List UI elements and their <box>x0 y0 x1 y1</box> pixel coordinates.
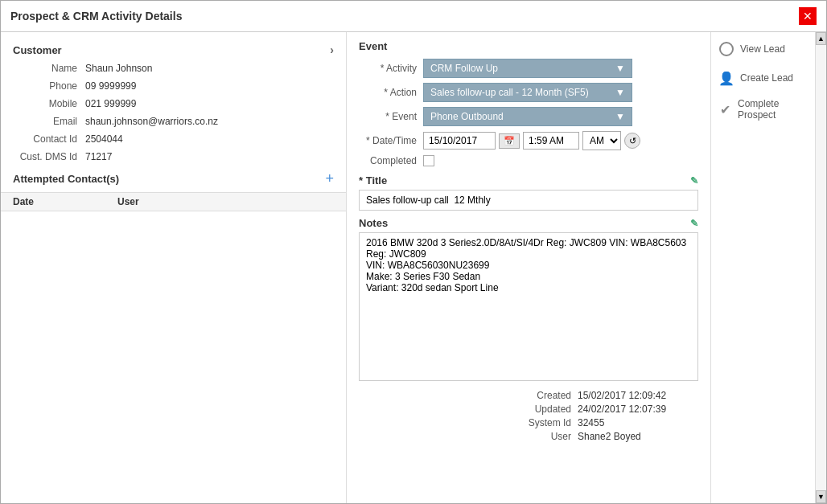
activity-row: * Activity CRM Follow Up ▼ <box>359 59 698 78</box>
updated-value: 24/02/2017 12:07:39 <box>578 404 698 415</box>
notes-textarea[interactable]: 2016 BMW 320d 3 Series2.0D/8At/SI/4Dr Re… <box>359 232 698 381</box>
attempted-header: Attempted Contact(s) + <box>1 166 346 192</box>
activity-dropdown-value: CRM Follow Up <box>430 63 498 74</box>
mobile-label: Mobile <box>13 98 85 109</box>
email-value: shaun.johnson@warriors.co.nz <box>85 116 218 127</box>
attempted-title: Attempted Contact(s) <box>13 173 119 185</box>
event-type-dropdown-value: Phone Outbound <box>430 111 504 122</box>
create-lead-label: Create Lead <box>740 72 793 84</box>
event-type-label: * Event <box>359 111 423 122</box>
title-bar: Prospect & CRM Activity Details ✕ <box>1 1 826 32</box>
complete-prospect-action[interactable]: ✔ Complete Prospect <box>718 98 808 121</box>
customer-label: Customer <box>13 44 62 56</box>
completed-checkbox[interactable] <box>423 155 434 166</box>
right-sidebar: View Lead 👤 Create Lead ✔ Complete Prosp… <box>710 32 815 503</box>
contact-id-row: Contact Id 2504044 <box>1 130 346 148</box>
person-icon: 👤 <box>718 71 734 86</box>
action-dropdown-arrow: ▼ <box>615 87 625 98</box>
attempted-table-header: Date User <box>1 192 346 211</box>
user-column-header: User <box>117 196 334 207</box>
created-label: Created <box>513 390 578 401</box>
window-scrollbar: ▲ ▼ <box>815 32 826 503</box>
action-dropdown-value: Sales follow-up call - 12 Month (SF5) <box>430 87 589 98</box>
date-column-header: Date <box>13 196 117 207</box>
title-label: * Title <box>359 174 387 186</box>
customer-expand-arrow[interactable]: › <box>330 43 334 56</box>
close-button[interactable]: ✕ <box>799 7 817 25</box>
add-attempted-button[interactable]: + <box>325 170 334 187</box>
activity-label: * Activity <box>359 63 423 74</box>
main-window: Prospect & CRM Activity Details ✕ Custom… <box>0 0 827 504</box>
completed-row: Completed <box>359 155 698 166</box>
datetime-inputs: 📅 AM PM ↺ <box>423 131 640 150</box>
completed-label: Completed <box>359 155 423 166</box>
updated-row: Updated 24/02/2017 12:07:39 <box>359 404 698 415</box>
title-pencil-icon[interactable]: ✎ <box>690 175 698 186</box>
scroll-down-button[interactable]: ▼ <box>816 490 826 503</box>
title-section: * Title ✎ <box>359 174 698 211</box>
refresh-button[interactable]: ↺ <box>624 133 640 149</box>
system-id-label: System Id <box>513 417 578 428</box>
view-lead-action[interactable]: View Lead <box>718 40 808 58</box>
circle-icon <box>719 42 734 56</box>
action-row: * Action Sales follow-up call - 12 Month… <box>359 83 698 102</box>
notes-section-header: Notes ✎ <box>359 217 698 229</box>
datetime-row: * Date/Time 📅 AM PM ↺ <box>359 131 698 150</box>
activity-dropdown-arrow: ▼ <box>615 63 625 74</box>
date-input[interactable] <box>423 132 496 150</box>
datetime-label: * Date/Time <box>359 135 423 146</box>
user-label: User <box>513 431 578 442</box>
phone-row: Phone 09 9999999 <box>1 77 346 95</box>
notes-label: Notes <box>359 217 388 229</box>
right-panel: Event * Activity CRM Follow Up ▼ * Actio… <box>347 32 710 503</box>
event-type-dropdown[interactable]: Phone Outbound ▼ <box>423 107 632 126</box>
email-label: Email <box>13 116 85 127</box>
created-row: Created 15/02/2017 12:09:42 <box>359 390 698 401</box>
checkmark-icon: ✔ <box>720 102 730 117</box>
phone-label: Phone <box>13 80 85 92</box>
notes-section: Notes ✎ 2016 BMW 320d 3 Series2.0D/8At/S… <box>359 217 698 383</box>
cust-dms-value: 71217 <box>85 151 112 162</box>
action-label: * Action <box>359 87 423 98</box>
action-dropdown[interactable]: Sales follow-up call - 12 Month (SF5) ▼ <box>423 83 632 102</box>
content-area: Customer › Name Shaun Johnson Phone 09 9… <box>1 32 826 503</box>
create-lead-icon: 👤 <box>718 69 735 87</box>
view-lead-icon <box>718 40 735 58</box>
window-title: Prospect & CRM Activity Details <box>10 10 182 23</box>
event-header: Event <box>359 40 698 52</box>
name-value: Shaun Johnson <box>85 63 152 74</box>
activity-dropdown[interactable]: CRM Follow Up ▼ <box>423 59 632 78</box>
cust-dms-label: Cust. DMS Id <box>13 151 85 162</box>
complete-prospect-label: Complete Prospect <box>738 98 808 121</box>
mobile-row: Mobile 021 999999 <box>1 95 346 113</box>
name-row: Name Shaun Johnson <box>1 59 346 77</box>
mobile-value: 021 999999 <box>85 98 136 109</box>
updated-label: Updated <box>513 404 578 415</box>
calendar-button[interactable]: 📅 <box>499 133 520 149</box>
complete-prospect-icon: ✔ <box>718 100 733 118</box>
create-lead-action[interactable]: 👤 Create Lead <box>718 69 808 87</box>
customer-section-header: Customer › <box>1 40 346 59</box>
name-label: Name <box>13 63 85 74</box>
email-row: Email shaun.johnson@warriors.co.nz <box>1 113 346 130</box>
scroll-up-button[interactable]: ▲ <box>816 32 826 45</box>
event-type-row: * Event Phone Outbound ▼ <box>359 107 698 126</box>
title-input[interactable] <box>359 190 698 211</box>
contact-id-value: 2504044 <box>85 133 123 145</box>
notes-pencil-icon[interactable]: ✎ <box>690 218 698 229</box>
view-lead-label: View Lead <box>740 43 785 55</box>
user-row: User Shane2 Boyed <box>359 431 698 442</box>
system-id-row: System Id 32455 <box>359 417 698 428</box>
event-type-dropdown-arrow: ▼ <box>615 111 625 122</box>
phone-value: 09 9999999 <box>85 80 136 92</box>
cust-dms-row: Cust. DMS Id 71217 <box>1 148 346 166</box>
contact-id-label: Contact Id <box>13 133 85 145</box>
ampm-select[interactable]: AM PM <box>582 131 621 150</box>
left-panel: Customer › Name Shaun Johnson Phone 09 9… <box>1 32 347 503</box>
system-id-value: 32455 <box>578 417 698 428</box>
title-section-header: * Title ✎ <box>359 174 698 186</box>
user-value: Shane2 Boyed <box>578 431 698 442</box>
created-value: 15/02/2017 12:09:42 <box>578 390 698 401</box>
time-input[interactable] <box>523 132 579 150</box>
